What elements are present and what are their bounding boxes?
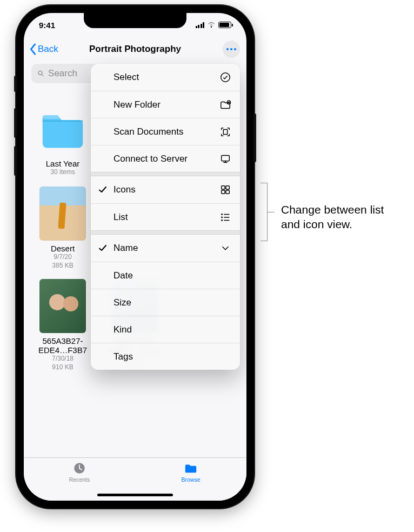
more-options-menu: Select New Folder Scan Documents Connect… [91,64,240,370]
svg-point-8 [221,214,223,215]
item-name: 565A3B27-EDE4…F3B7 [31,336,95,355]
side-power-button [253,114,256,162]
svg-rect-2 [223,129,227,134]
menu-label: Name [113,243,138,254]
grid-item-image[interactable]: 565A3B27-EDE4…F3B7 7/30/18 910 KB [28,279,97,371]
status-time: 9:41 [39,21,55,30]
menu-item-icons-view[interactable]: Icons [91,176,240,203]
item-date: 9/7/20 [54,253,71,262]
select-circle-icon [219,71,231,83]
check-icon [98,185,107,194]
item-name: Desert [51,244,75,253]
menu-item-list-view[interactable]: List [91,203,240,230]
chevron-down-icon [219,242,231,254]
item-size: 385 KB [52,262,73,269]
screen: 9:41 Back Portrait Photography [24,13,246,501]
menu-separator [91,230,240,235]
volume-up-button [14,108,17,138]
home-indicator[interactable] [97,494,173,496]
volume-down-button [14,146,17,176]
menu-label: List [113,212,128,223]
check-icon [98,244,107,252]
menu-section-view: Icons List [91,176,240,230]
menu-section-actions: Select New Folder Scan Documents Connect… [91,64,240,172]
menu-label: Date [113,270,133,281]
svg-point-0 [221,73,230,82]
clock-icon [72,461,87,475]
tab-label: Browse [181,476,200,483]
menu-item-connect-server[interactable]: Connect to Server [91,145,240,172]
menu-item-select[interactable]: Select [91,64,240,91]
connect-server-icon [219,153,231,165]
callout-bracket [261,183,277,241]
search-icon [37,69,45,78]
more-button[interactable] [223,41,240,58]
back-label: Back [38,44,58,55]
callout-text: Change between list and icon view. [281,202,405,232]
svg-rect-6 [222,190,225,194]
menu-item-sort-size[interactable]: Size [91,289,240,316]
list-icon [219,211,231,223]
item-name: Last Year [46,159,80,168]
svg-rect-5 [226,186,229,189]
item-size: 910 KB [52,363,73,371]
svg-point-10 [221,220,223,221]
menu-item-sort-tags[interactable]: Tags [91,343,240,370]
cell-signal-icon [196,22,205,28]
menu-label: Scan Documents [113,127,183,137]
menu-item-sort-kind[interactable]: Kind [91,316,240,343]
menu-label: Kind [113,324,132,335]
menu-label: New Folder [113,99,161,110]
chevron-left-icon [29,43,37,55]
menu-label: Icons [113,184,136,195]
scan-doc-icon [219,126,231,138]
menu-label: Select [113,72,139,83]
battery-icon [218,22,231,28]
menu-item-new-folder[interactable]: New Folder [91,91,240,118]
item-meta: 30 items [50,168,75,177]
menu-separator [91,172,240,176]
notch [84,13,186,28]
tab-recents[interactable]: Recents [24,461,135,490]
folder-icon [39,107,86,154]
back-button[interactable]: Back [29,43,58,55]
menu-label: Tags [113,351,133,362]
grid-icon [219,184,231,196]
tab-browse[interactable]: Browse [135,461,246,490]
svg-rect-7 [226,190,229,194]
item-date: 7/30/18 [52,355,74,363]
grid-item-image[interactable]: Desert 9/7/20 385 KB [28,187,97,269]
grid-item-folder[interactable]: Last Year 30 items [28,103,97,177]
wifi-icon [207,22,216,28]
svg-rect-4 [222,186,225,189]
menu-item-sort-date[interactable]: Date [91,262,240,289]
svg-point-9 [221,216,223,218]
thumbnail-image [39,187,86,241]
mute-switch [14,76,17,92]
menu-label: Connect to Server [113,154,188,164]
tab-bar: Recents Browse [24,457,246,501]
tab-label: Recents [69,476,90,483]
menu-label: Size [113,297,131,308]
phone-frame: 9:41 Back Portrait Photography [16,5,254,508]
menu-item-scan-documents[interactable]: Scan Documents [91,118,240,145]
new-folder-icon [219,99,231,111]
svg-rect-3 [222,155,230,161]
folder-tab-icon [183,461,198,475]
ellipsis-icon [226,48,236,50]
navigation-bar: Back Portrait Photography [24,37,246,62]
thumbnail-image [39,279,86,333]
menu-item-sort-name[interactable]: Name [91,235,240,262]
menu-section-sort: Name Date Size Kind Tags [91,235,240,370]
